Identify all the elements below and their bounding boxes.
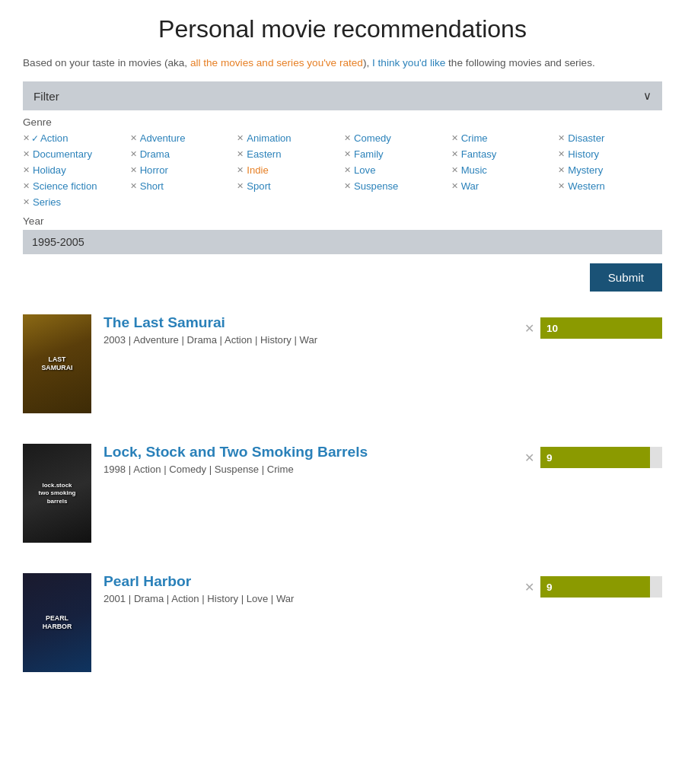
genre-mystery: ✕ Mystery	[558, 164, 662, 176]
movie-right-pearlharbor: ✕ 9	[524, 573, 662, 598]
movie-poster-lastsamurai: LASTSAMURAI	[23, 314, 91, 413]
movie-item-lastsamurai: LASTSAMURAI The Last Samurai 2003 | Adve…	[23, 314, 662, 413]
movie-info-pearlharbor: Pearl Harbor 2001 | Drama | Action | His…	[104, 573, 512, 604]
genre-war-x[interactable]: ✕	[451, 181, 458, 191]
movie-close-icon-lastsamurai[interactable]: ✕	[524, 321, 534, 336]
genre-documentary-label[interactable]: Documentary	[33, 148, 92, 160]
genre-crime-x[interactable]: ✕	[451, 133, 458, 143]
genre-animation: ✕ Animation	[237, 132, 341, 144]
genre-sciencefiction-x[interactable]: ✕	[23, 181, 30, 191]
filter-label: Filter	[33, 90, 59, 103]
genre-western-label[interactable]: Western	[568, 180, 605, 192]
movie-item-pearlharbor: PEARLHARBOR Pearl Harbor 2001 | Drama | …	[23, 573, 662, 672]
page-title: Personal movie recommendations	[23, 15, 662, 43]
genre-short-x[interactable]: ✕	[130, 181, 137, 191]
genre-family-label[interactable]: Family	[354, 148, 384, 160]
movie-list: LASTSAMURAI The Last Samurai 2003 | Adve…	[23, 314, 662, 672]
submit-button[interactable]: Submit	[590, 263, 662, 292]
movie-right-lockstock: ✕ 9	[524, 444, 662, 468]
genre-fantasy-label[interactable]: Fantasy	[461, 148, 497, 160]
movie-title-pearlharbor[interactable]: Pearl Harbor	[104, 573, 512, 590]
genre-drama-x[interactable]: ✕	[130, 149, 137, 159]
genre-music-x[interactable]: ✕	[451, 165, 458, 175]
genre-sport-x[interactable]: ✕	[237, 181, 244, 191]
score-bar-lockstock: 9	[540, 447, 650, 468]
genre-comedy: ✕ Comedy	[344, 132, 448, 144]
score-bar-lastsamurai: 10	[540, 317, 662, 339]
year-label: Year	[23, 215, 662, 227]
intro-text: Based on your taste in movies (aka, all …	[23, 56, 662, 71]
genre-mystery-x[interactable]: ✕	[558, 165, 565, 175]
genre-holiday: ✕ Holiday	[23, 164, 127, 176]
genre-drama-label[interactable]: Drama	[140, 148, 170, 160]
genre-western: ✕ Western	[558, 180, 662, 192]
genre-love: ✕ Love	[344, 164, 448, 176]
genre-crime-label[interactable]: Crime	[461, 132, 488, 144]
movie-poster-pearlharbor: PEARLHARBOR	[23, 573, 91, 672]
genre-sciencefiction: ✕ Science fiction	[23, 180, 127, 192]
genre-sport-label[interactable]: Sport	[247, 180, 270, 192]
movie-poster-lockstock: lock.stocktwo smokingbarrels	[23, 444, 91, 543]
genre-fantasy: ✕ Fantasy	[451, 148, 556, 160]
genre-animation-x[interactable]: ✕	[237, 133, 244, 143]
genre-holiday-x[interactable]: ✕	[23, 165, 30, 175]
genre-drama: ✕ Drama	[130, 148, 234, 160]
genre-action-label[interactable]: Action	[40, 132, 68, 144]
genre-disaster-label[interactable]: Disaster	[568, 132, 604, 144]
genre-sciencefiction-label[interactable]: Science fiction	[33, 180, 97, 192]
genre-suspense: ✕ Suspense	[344, 180, 448, 192]
genre-adventure-x[interactable]: ✕	[130, 133, 137, 143]
genre-indie-label[interactable]: Indie	[247, 164, 268, 176]
genre-documentary-x[interactable]: ✕	[23, 149, 30, 159]
genre-crime: ✕ Crime	[451, 132, 556, 144]
genre-holiday-label[interactable]: Holiday	[33, 164, 66, 176]
genre-action-x[interactable]: ✕	[23, 133, 30, 143]
genre-love-x[interactable]: ✕	[344, 165, 351, 175]
genre-suspense-x[interactable]: ✕	[344, 181, 351, 191]
score-label-pearlharbor: 9	[546, 582, 553, 593]
genre-mystery-label[interactable]: Mystery	[568, 164, 603, 176]
movie-right-lastsamurai: ✕ 10	[524, 314, 662, 339]
genre-history-label[interactable]: History	[568, 148, 599, 160]
movie-close-icon-lockstock[interactable]: ✕	[524, 451, 534, 465]
genre-eastern-label[interactable]: Eastern	[247, 148, 281, 160]
genre-animation-label[interactable]: Animation	[247, 132, 291, 144]
genre-history: ✕ History	[558, 148, 662, 160]
genre-horror: ✕ Horror	[130, 164, 234, 176]
genre-music-label[interactable]: Music	[461, 164, 487, 176]
genre-short-label[interactable]: Short	[140, 180, 164, 192]
movie-title-lastsamurai[interactable]: The Last Samurai	[104, 314, 512, 331]
genre-western-x[interactable]: ✕	[558, 181, 565, 191]
genre-adventure-label[interactable]: Adventure	[140, 132, 186, 144]
genre-disaster-x[interactable]: ✕	[558, 133, 565, 143]
genre-indie-x[interactable]: ✕	[237, 165, 244, 175]
genre-eastern-x[interactable]: ✕	[237, 149, 244, 159]
genre-war-label[interactable]: War	[461, 180, 480, 192]
genre-comedy-x[interactable]: ✕	[344, 133, 351, 143]
movie-title-lockstock[interactable]: Lock, Stock and Two Smoking Barrels	[104, 444, 512, 461]
movie-info-lockstock: Lock, Stock and Two Smoking Barrels 1998…	[104, 444, 512, 475]
genre-series-label[interactable]: Series	[33, 196, 61, 208]
genre-history-x[interactable]: ✕	[558, 149, 565, 159]
year-input[interactable]	[23, 230, 662, 254]
genre-short: ✕ Short	[130, 180, 234, 192]
poster-text-lastsamurai: LASTSAMURAI	[37, 351, 77, 378]
genre-comedy-label[interactable]: Comedy	[354, 132, 391, 144]
genre-suspense-label[interactable]: Suspense	[354, 180, 398, 192]
score-bar-pearlharbor: 9	[540, 576, 650, 598]
genre-love-label[interactable]: Love	[354, 164, 375, 176]
genre-action-check[interactable]: ✓	[31, 133, 39, 144]
filter-toggle[interactable]: Filter ∨	[23, 81, 662, 110]
genre-horror-x[interactable]: ✕	[130, 165, 137, 175]
movie-close-icon-pearlharbor[interactable]: ✕	[524, 580, 534, 594]
poster-text-lockstock: lock.stocktwo smokingbarrels	[34, 477, 81, 510]
movie-meta-lockstock: 1998 | Action | Comedy | Suspense | Crim…	[104, 464, 512, 475]
genre-eastern: ✕ Eastern	[237, 148, 341, 160]
genre-horror-label[interactable]: Horror	[140, 164, 168, 176]
genre-indie: ✕ Indie	[237, 164, 341, 176]
filter-chevron-icon: ∨	[643, 89, 652, 103]
genre-fantasy-x[interactable]: ✕	[451, 149, 458, 159]
submit-row: Submit	[23, 263, 662, 292]
genre-family-x[interactable]: ✕	[344, 149, 351, 159]
genre-series-x[interactable]: ✕	[23, 197, 30, 207]
